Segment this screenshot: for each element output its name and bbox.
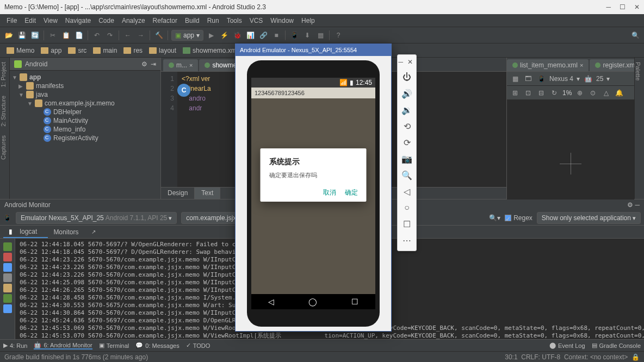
device-combo[interactable]: Emulator Nexus_5X_API_25 Android 7.1.1, … [16,212,177,224]
minimize-icon[interactable]: ─ [606,3,611,11]
collapse-icon[interactable]: ⇥ [151,60,156,68]
menu-vcs[interactable]: VCS [246,16,267,26]
regex-checkbox[interactable]: ✓Regex [505,214,532,222]
make-icon[interactable]: 🔨 [153,30,164,41]
log-restart-icon[interactable] [3,242,12,251]
app-textfield[interactable]: 123456789123456 [251,88,375,98]
nav-back-icon[interactable]: ◁ [268,297,274,306]
emu-voldown-icon[interactable]: 🔉 [398,102,416,118]
nav-home-icon[interactable]: ◯ [308,297,317,306]
tree-class-mainactivity[interactable]: MainActivity [10,116,160,125]
orientation-icon[interactable]: 🗔 [523,74,533,84]
bottom-todo[interactable]: ✓ TODO [186,342,210,349]
nav-file[interactable]: showmemo.xml [179,46,241,55]
emu-minimize-icon[interactable]: ─ [398,58,403,66]
menu-window[interactable]: Window [267,16,297,26]
filter-search-icon[interactable]: 🔍▾ [489,214,500,222]
redo-icon[interactable]: ↷ [104,30,115,41]
emu-power-icon[interactable]: ⏻ [398,69,416,85]
log-scroll-icon[interactable] [3,263,12,272]
bottom-run[interactable]: ▶ 4: Run [3,342,27,349]
run-icon[interactable]: ▶ [206,30,216,41]
api-icon[interactable]: 🤖 [583,74,593,84]
tree-class-memoinfo[interactable]: Memo_info [10,125,160,134]
tree-class-dbhelper[interactable]: DBHelper [10,108,160,116]
tree-app[interactable]: ▼app [10,73,160,82]
menu-file[interactable]: File [3,16,20,26]
maximize-icon[interactable]: ☐ [620,3,626,11]
undo-icon[interactable]: ↶ [91,30,102,41]
theme-icon[interactable]: ⊞ [510,88,520,98]
tree-class-registeractivity[interactable]: RegisterActivity [10,134,160,142]
cut-icon[interactable]: ✂ [47,30,58,41]
device-icon[interactable]: 📱 [536,74,546,84]
bottom-terminal[interactable]: ▣ Terminal [99,342,129,349]
tree-package[interactable]: ▼com.example.jsjx.memo [10,99,160,108]
device-combo[interactable]: Nexus 4 [549,75,573,83]
nav-src[interactable]: src [65,46,90,55]
menu-refactor[interactable]: Refactor [150,16,181,26]
emu-rotate-right-icon[interactable]: ⟳ [398,134,416,151]
tree-java[interactable]: ▼java [10,90,160,99]
menu-navigate[interactable]: Navigate [62,16,94,26]
menu-help[interactable]: Help [298,16,318,26]
monitor-gear-icon[interactable]: ⚙ ─ [627,201,640,209]
tab-monitors[interactable]: Monitors [48,227,84,238]
tree-manifests[interactable]: ▶manifests [10,82,160,90]
profiler-icon[interactable]: 📊 [245,30,256,41]
forward-icon[interactable]: → [135,30,146,41]
menu-run[interactable]: Run [204,16,222,26]
help-icon[interactable]: ? [333,30,344,41]
nav-memo[interactable]: Memo [3,46,38,55]
bell-icon[interactable]: 🔔 [614,88,624,98]
warning-icon[interactable]: △ [601,88,611,98]
nav-main[interactable]: main [90,46,120,55]
dialog-ok-button[interactable]: 确定 [345,188,358,197]
designtab-design[interactable]: Design [161,188,195,199]
attach-icon[interactable]: 🔗 [258,30,269,41]
nav-recent-icon[interactable]: ☐ [351,297,358,306]
log-settings-icon[interactable] [3,294,12,303]
menu-edit[interactable]: Edit [21,16,39,26]
emu-volup-icon[interactable]: 🔊 [398,85,416,102]
open-icon[interactable]: 📂 [3,30,14,41]
menu-build[interactable]: Build [182,16,203,26]
layout-icon[interactable]: ▦ [510,74,520,84]
emu-more-icon[interactable]: ⋯ [398,232,416,248]
sidetab-captures[interactable]: Captures [0,131,7,164]
bottom-eventlog[interactable]: ⬤ Event Log [549,342,585,349]
emulator-window[interactable]: Android Emulator - Nexus_5X_API_25:5554 … [235,43,392,332]
emu-rotate-left-icon[interactable]: ⟲ [398,118,416,134]
emu-zoom-icon[interactable]: 🔍 [398,167,416,183]
search-icon[interactable]: 🔍 [630,30,641,41]
api-label[interactable]: 25 [596,75,603,83]
sidetab-project[interactable]: 1: Project [0,58,7,91]
menu-tools[interactable]: Tools [224,16,245,26]
emu-home-icon[interactable]: ○ [398,199,416,216]
emu-back-icon[interactable]: ◁ [398,183,416,199]
filter-dropdown[interactable]: Show only selected application ▾ [537,212,641,224]
nav-res[interactable]: res [120,46,146,55]
sidetab-structure[interactable]: 2: Structure [0,91,7,131]
log-wrap-icon[interactable] [3,273,12,282]
emu-close-icon[interactable]: ✕ [407,58,413,66]
menu-code[interactable]: Code [95,16,117,26]
zoom-plus-icon[interactable]: ⊕ [575,88,585,98]
emu-camera-icon[interactable]: 📷 [398,151,416,167]
zoom-fit-icon[interactable]: ⊙ [588,88,598,98]
avd-icon[interactable]: 📱 [289,30,300,41]
save-icon[interactable]: 💾 [16,30,27,41]
apply-changes-icon[interactable]: ⚡ [219,30,230,41]
tab-m[interactable]: m... × [163,59,198,71]
designtab-text[interactable]: Text [195,188,220,199]
gear-icon[interactable]: ⚙ [141,60,147,68]
phone-screen[interactable]: 📶▮12:45 123456789123456 系统提示 确定要退出保存吗 取消… [251,78,375,309]
dialog-cancel-button[interactable]: 取消 [323,188,336,197]
config-icon[interactable]: ⊟ [536,88,546,98]
emu-overview-icon[interactable]: ☐ [398,216,416,232]
nav-app[interactable]: app [38,46,65,55]
close-icon[interactable]: ✕ [634,3,640,11]
log-help-icon[interactable] [3,304,12,313]
back-icon[interactable]: ← [122,30,133,41]
log-clear-icon[interactable] [3,253,12,261]
